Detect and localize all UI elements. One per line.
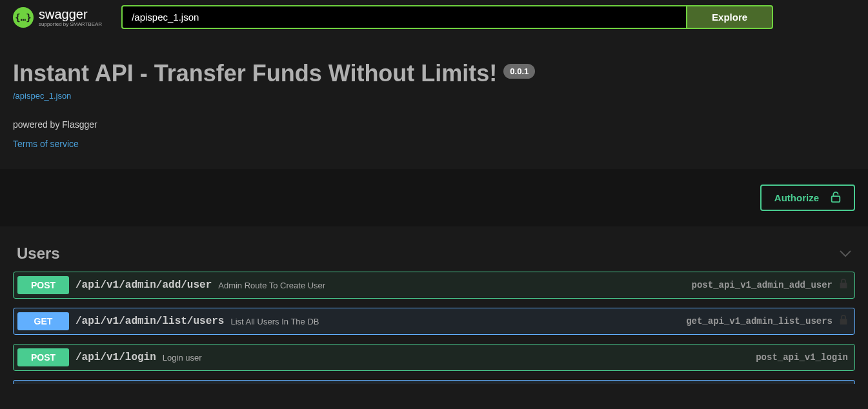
operation-row[interactable] bbox=[13, 380, 855, 384]
operation-id: get_api_v1_admin_list_users bbox=[686, 316, 833, 326]
lock-icon[interactable] bbox=[839, 279, 848, 292]
operation-id: post_api_v1_login bbox=[756, 352, 848, 363]
spec-url-input[interactable] bbox=[121, 5, 686, 29]
info-section: Instant API - Transfer Funds Without Lim… bbox=[0, 34, 868, 169]
logo-sub: supported by SMARTBEAR bbox=[39, 22, 102, 27]
lock-icon[interactable] bbox=[839, 315, 848, 328]
method-badge: GET bbox=[17, 312, 69, 330]
method-badge: POST bbox=[17, 276, 69, 294]
operation-summary: Login user bbox=[163, 353, 202, 363]
spec-link[interactable]: /apispec_1.json bbox=[13, 91, 71, 101]
authorize-button[interactable]: Authorize bbox=[760, 185, 855, 211]
tag-name: Users bbox=[17, 244, 60, 263]
operation-row[interactable]: GET /api/v1/admin/list/users List All Us… bbox=[13, 308, 855, 335]
topbar: {…} swagger supported by SMARTBEAR Explo… bbox=[0, 0, 868, 34]
swagger-logo-icon: {…} bbox=[13, 7, 34, 28]
tags-section: Users POST /api/v1/admin/add/user Admin … bbox=[0, 226, 868, 397]
operation-path: /api/v1/login bbox=[76, 352, 156, 363]
title-row: Instant API - Transfer Funds Without Lim… bbox=[13, 60, 855, 87]
operation-path: /api/v1/admin/add/user bbox=[76, 279, 212, 291]
svg-rect-0 bbox=[832, 196, 840, 202]
swagger-logo[interactable]: {…} swagger supported by SMARTBEAR bbox=[13, 7, 102, 28]
powered-by-text: powered by Flasgger bbox=[13, 119, 855, 130]
operation-path: /api/v1/admin/list/users bbox=[76, 315, 224, 327]
operation-row[interactable]: POST /api/v1/admin/add/user Admin Route … bbox=[13, 272, 855, 299]
api-title: Instant API - Transfer Funds Without Lim… bbox=[13, 60, 497, 87]
method-badge: POST bbox=[17, 348, 69, 366]
swagger-logo-text: swagger supported by SMARTBEAR bbox=[39, 8, 102, 27]
logo-main: swagger bbox=[39, 8, 102, 21]
tag-header-users[interactable]: Users bbox=[13, 239, 855, 272]
unlock-icon bbox=[831, 191, 841, 204]
scheme-section: Authorize bbox=[0, 169, 868, 226]
operation-row[interactable]: POST /api/v1/login Login user post_api_v… bbox=[13, 344, 855, 371]
operation-id: post_api_v1_admin_add_user bbox=[692, 280, 833, 290]
explore-button[interactable]: Explore bbox=[686, 5, 773, 29]
version-badge: 0.0.1 bbox=[503, 64, 535, 79]
operation-summary: Admin Route To Create User bbox=[218, 281, 325, 290]
terms-of-service-link[interactable]: Terms of service bbox=[13, 139, 79, 149]
svg-rect-1 bbox=[840, 283, 847, 288]
svg-rect-2 bbox=[840, 319, 847, 324]
operation-summary: List All Users In The DB bbox=[230, 317, 319, 326]
spec-url-form: Explore bbox=[121, 5, 773, 29]
authorize-label: Authorize bbox=[774, 192, 819, 203]
chevron-down-icon bbox=[840, 247, 851, 261]
